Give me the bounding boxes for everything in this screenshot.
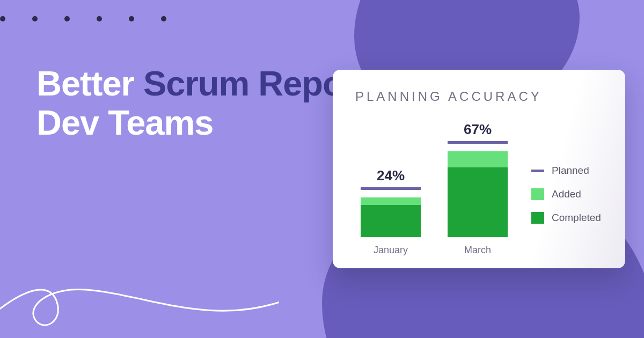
- bar-stack: [361, 197, 421, 237]
- legend-item-completed: Completed: [531, 212, 601, 224]
- bar-segment-added: [448, 151, 508, 167]
- bar-column-january: 24% January: [361, 167, 421, 256]
- bars-area: 24% January 67% March: [355, 121, 508, 256]
- planned-line-icon: [448, 141, 508, 144]
- chart-title: PLANNING ACCURACY: [355, 89, 606, 104]
- dot-icon: [161, 16, 166, 21]
- bar-category-label: March: [464, 245, 491, 256]
- chart-legend: Planned Added Completed: [531, 165, 601, 256]
- headline-part1: Better: [36, 64, 143, 103]
- bar-percent-label: 24%: [377, 167, 405, 184]
- legend-label: Planned: [552, 165, 589, 177]
- dot-icon: [129, 16, 134, 21]
- bar-stack: [448, 151, 508, 237]
- legend-item-planned: Planned: [531, 165, 601, 177]
- bar-percent-label: 67%: [464, 121, 492, 138]
- bar-segment-completed: [361, 205, 421, 237]
- decorative-dots: [0, 16, 166, 21]
- legend-label: Added: [552, 188, 581, 200]
- bar-segment-added: [361, 197, 421, 205]
- chart-card: PLANNING ACCURACY 24% January 67% Marc: [333, 70, 625, 268]
- legend-swatch-icon: [531, 170, 544, 172]
- bar-category-label: January: [374, 245, 408, 256]
- squiggle-line-icon: [0, 225, 279, 338]
- chart-body: 24% January 67% March: [355, 119, 606, 256]
- dot-icon: [64, 16, 70, 21]
- legend-swatch-icon: [531, 212, 544, 224]
- planned-line-icon: [361, 187, 421, 190]
- bar-segment-completed: [448, 167, 508, 237]
- legend-label: Completed: [552, 212, 601, 224]
- dot-icon: [97, 16, 102, 21]
- dot-icon: [32, 16, 38, 21]
- dot-icon: [0, 16, 5, 21]
- legend-item-added: Added: [531, 188, 601, 200]
- bar-column-march: 67% March: [448, 121, 508, 256]
- legend-swatch-icon: [531, 188, 544, 200]
